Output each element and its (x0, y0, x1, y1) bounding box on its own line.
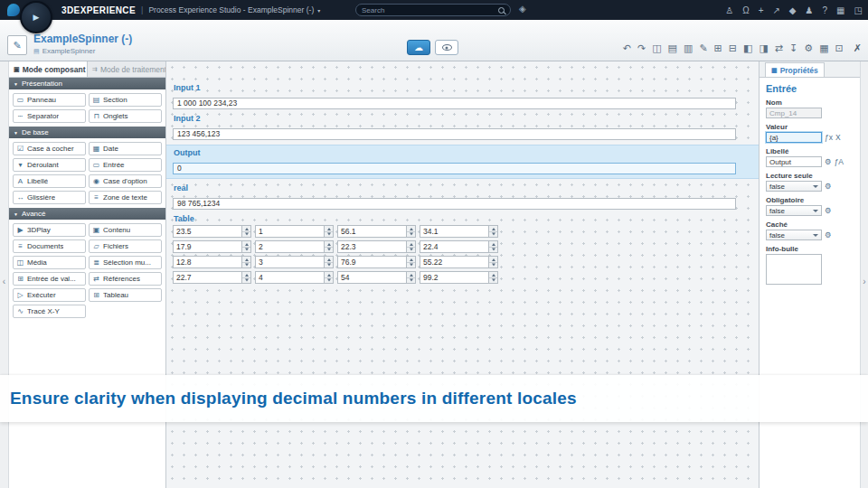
close-icon[interactable]: ✗ (854, 42, 862, 54)
palette-item-separator[interactable]: ┄Separator (13, 109, 86, 123)
spinner-input[interactable] (420, 241, 488, 252)
spin-down-icon[interactable] (242, 231, 250, 238)
share-icon[interactable]: ↗ (772, 5, 779, 15)
section-avance[interactable]: ▼ Avancé (9, 208, 165, 220)
spin-down-icon[interactable] (325, 247, 333, 253)
palette-item-trace-x-y[interactable]: ∿Tracé X-Y (13, 305, 86, 318)
parameter-icon[interactable]: X (835, 134, 841, 142)
gear-icon[interactable]: ⚙ (825, 207, 832, 215)
spinner-input[interactable] (338, 226, 406, 237)
output-field[interactable] (173, 163, 736, 174)
cloud-share-button[interactable]: ☁ (407, 40, 430, 55)
split-view-icon[interactable]: ◧ (743, 42, 752, 54)
spin-down-icon[interactable] (489, 262, 497, 268)
spin-down-icon[interactable] (489, 231, 497, 238)
spinner-input[interactable] (338, 257, 406, 267)
help-icon[interactable]: ? (823, 5, 828, 15)
spin-down-icon[interactable] (407, 277, 415, 284)
undo-icon[interactable]: ↶ (623, 42, 631, 54)
palette-item-tableau[interactable]: ⊞Tableau (89, 288, 162, 302)
tab-proprietes[interactable]: ▦ Propriétés (765, 62, 825, 77)
palette-item-date[interactable]: ▦Date (89, 142, 162, 155)
spinner-input[interactable] (338, 272, 406, 283)
spinner-buttons[interactable] (488, 241, 497, 252)
spinner-buttons[interactable] (324, 272, 333, 283)
spin-down-icon[interactable] (242, 262, 250, 268)
tag-icon[interactable]: ◈ (519, 4, 526, 14)
section-de-base[interactable]: ▼ De base (9, 127, 165, 138)
table-icon[interactable]: ⊡ (835, 42, 844, 54)
cache-select[interactable]: false (766, 230, 822, 240)
palette-item-documents[interactable]: ≡Documents (13, 239, 86, 253)
spin-down-icon[interactable] (242, 247, 250, 253)
spin-down-icon[interactable] (325, 277, 333, 284)
valeur-input[interactable] (766, 132, 822, 143)
palette-item-entree[interactable]: ▭Entrée (89, 158, 162, 172)
palette-item-entree-de-valeurs[interactable]: ⊞Entrée de val... (13, 272, 86, 286)
spinner-buttons[interactable] (241, 226, 250, 237)
spinner-buttons[interactable] (406, 226, 415, 237)
obligatoire-select[interactable]: false (766, 205, 822, 216)
input2-field[interactable] (173, 128, 736, 140)
spinner-buttons[interactable] (324, 257, 333, 267)
palette-item-media[interactable]: ◫Média (13, 256, 86, 269)
merge-view-icon[interactable]: ◨ (759, 42, 768, 54)
gear-icon[interactable]: ⚙ (825, 231, 832, 239)
spinner-buttons[interactable] (241, 257, 250, 267)
search-bar[interactable] (355, 4, 511, 16)
add-user-icon[interactable]: ♙ (725, 5, 733, 15)
spin-down-icon[interactable] (407, 262, 415, 268)
palette-item-3dplay[interactable]: ▶3DPlay (13, 223, 86, 237)
breadcrumb-label[interactable]: ExampleSpinner (42, 47, 96, 55)
spinner-input[interactable] (420, 272, 488, 283)
palette-item-case-a-cocher[interactable]: ☑Case à cocher (13, 142, 86, 155)
fullscreen-icon[interactable]: ◳ (854, 5, 863, 15)
spin-down-icon[interactable] (325, 262, 333, 268)
spinner-input[interactable] (256, 272, 324, 283)
import-icon[interactable]: ↧ (789, 42, 797, 54)
spinner-input[interactable] (174, 257, 241, 267)
spinner-input[interactable] (338, 241, 406, 252)
spinner-buttons[interactable] (406, 257, 415, 267)
spinner-buttons[interactable] (406, 272, 415, 283)
spin-down-icon[interactable] (242, 277, 250, 284)
tab-mode-composant[interactable]: ▣ Mode composant (9, 61, 88, 77)
collaborate-icon[interactable]: ◆ (789, 5, 797, 15)
palette-item-glissiere[interactable]: ↔Glissière (13, 191, 86, 204)
redo-icon[interactable]: ↷ (637, 42, 646, 54)
chevron-down-icon[interactable]: ▾ (317, 7, 320, 14)
info-bulle-textarea[interactable] (766, 254, 822, 285)
palette-item-references[interactable]: ⇄Références (89, 272, 162, 286)
palette-item-onglets[interactable]: ⊓Onglets (89, 109, 162, 123)
palette-item-executer[interactable]: ▷Exécuter (13, 288, 86, 302)
real-field[interactable] (173, 198, 736, 210)
spinner-buttons[interactable] (406, 241, 415, 252)
palette-item-zone-de-texte[interactable]: ≡Zone de texte (89, 191, 162, 204)
search-input[interactable] (362, 6, 498, 14)
spin-down-icon[interactable] (489, 247, 497, 253)
spin-down-icon[interactable] (325, 231, 333, 238)
palette-item-case-d-option[interactable]: ◉Case d'option (89, 174, 162, 188)
spinner-input[interactable] (420, 226, 488, 237)
spinner-input[interactable] (174, 272, 241, 283)
input1-field[interactable] (173, 98, 736, 109)
spin-down-icon[interactable] (407, 231, 415, 238)
compass-icon[interactable]: ▶ (20, 1, 52, 33)
libelle-input[interactable] (766, 156, 822, 167)
spinner-buttons[interactable] (241, 241, 250, 252)
edit-icon[interactable]: ✎ (699, 42, 707, 54)
grid-icon[interactable]: ▦ (819, 42, 828, 54)
spinner-input[interactable] (256, 257, 324, 267)
insert-column-icon[interactable]: ⊟ (729, 42, 737, 54)
design-canvas[interactable]: Input 1 Input 2 Output real Table (166, 61, 759, 488)
spinner-buttons[interactable] (324, 226, 333, 237)
spinner-buttons[interactable] (488, 257, 497, 267)
tab-mode-traitement[interactable]: ⇉ Mode de traitement (88, 61, 165, 77)
section-presentation[interactable]: ▼ Présentation (9, 78, 165, 89)
lecture-seule-select[interactable]: false (766, 181, 822, 192)
form-field-output-selected[interactable]: Output (166, 145, 759, 179)
spinner-input[interactable] (420, 257, 488, 267)
spin-down-icon[interactable] (489, 277, 497, 284)
gear-icon[interactable]: ⚙ (825, 183, 832, 191)
community-icon[interactable]: ♟ (806, 5, 814, 15)
